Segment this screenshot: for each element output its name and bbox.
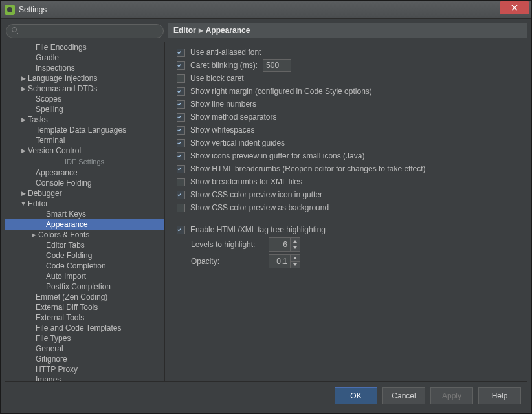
- option-label: Show CSS color preview icon in gutter: [190, 190, 322, 199]
- option-row: Use anti-aliased font: [177, 46, 518, 59]
- window-close-button[interactable]: [500, 1, 529, 14]
- tree-item[interactable]: ▶Language Injections: [5, 73, 164, 83]
- tree-item[interactable]: ▶File and Code Templates: [5, 323, 164, 333]
- left-column: ▶File Encodings▶Gradle▶Inspections▶Langu…: [5, 23, 165, 381]
- checkbox[interactable]: [177, 204, 185, 212]
- tree-item[interactable]: ▶Debugger: [5, 188, 164, 199]
- tree-item[interactable]: ▶Schemas and DTDs: [5, 83, 164, 94]
- checkbox[interactable]: [177, 61, 185, 70]
- tree-item-label: Smart Keys: [46, 209, 86, 219]
- tree-item-label: Editor Tabs: [46, 240, 85, 250]
- tree-item[interactable]: ▶File Types: [5, 333, 164, 343]
- spinner-up-icon[interactable]: [291, 255, 300, 262]
- levels-label: Levels to highlight:: [191, 240, 262, 249]
- checkbox[interactable]: [177, 191, 185, 199]
- settings-window: Settings ▶File Encodings▶Gradle▶Inspecti…: [0, 0, 532, 414]
- chevron-right-icon[interactable]: ▶: [20, 83, 27, 94]
- tree-item-label: Auto Import: [46, 271, 86, 281]
- chevron-right-icon[interactable]: ▶: [20, 146, 27, 156]
- checkbox[interactable]: [177, 152, 185, 160]
- checkbox[interactable]: [177, 165, 185, 173]
- checkbox[interactable]: [177, 74, 185, 83]
- spinner-down-icon[interactable]: [291, 245, 300, 252]
- tree-item[interactable]: ▶External Tools: [5, 312, 164, 323]
- checkbox[interactable]: [177, 87, 185, 96]
- option-row: Show method separators: [177, 111, 518, 124]
- chevron-right-icon[interactable]: ▶: [20, 73, 27, 83]
- spinner-up-icon[interactable]: [291, 238, 300, 245]
- tree-item[interactable]: ▶Scopes: [5, 94, 164, 104]
- dialog-body: ▶File Encodings▶Gradle▶Inspections▶Langu…: [1, 19, 531, 413]
- tree-item-label: Terminal: [36, 135, 65, 146]
- tree-item[interactable]: ▶Code Completion: [5, 261, 164, 271]
- apply-button[interactable]: Apply: [430, 387, 473, 404]
- tree-item[interactable]: ▶Gradle: [5, 52, 164, 63]
- caret-blink-input[interactable]: [263, 59, 291, 72]
- tree-item-label: Language Injections: [28, 73, 97, 83]
- ok-button[interactable]: OK: [335, 387, 377, 404]
- chevron-right-icon: ▶: [199, 27, 203, 34]
- option-label: Caret blinking (ms):: [190, 61, 258, 70]
- levels-spinner[interactable]: [269, 237, 300, 252]
- checkbox[interactable]: [177, 178, 185, 186]
- help-button[interactable]: Help: [478, 387, 521, 404]
- opacity-input[interactable]: [269, 254, 291, 268]
- tree-item-label: Code Folding: [46, 250, 92, 261]
- checkbox[interactable]: [177, 113, 185, 122]
- chevron-down-icon[interactable]: ▼: [20, 199, 27, 209]
- option-row: Show vertical indent guides: [177, 136, 518, 149]
- tree-item[interactable]: ▶Images: [5, 375, 164, 381]
- titlebar: Settings: [1, 1, 531, 19]
- chevron-right-icon[interactable]: ▶: [20, 188, 27, 199]
- row-opacity: Opacity:: [177, 253, 518, 270]
- tree-item[interactable]: ▶HTTP Proxy: [5, 364, 164, 375]
- tree-item[interactable]: ▶File Encodings: [5, 42, 164, 52]
- tree-item[interactable]: ▶Template Data Languages: [5, 125, 164, 135]
- search-input[interactable]: [6, 24, 164, 38]
- button-bar: OK Cancel Apply Help: [5, 381, 527, 409]
- tree-item[interactable]: ▶Smart Keys: [5, 209, 164, 219]
- levels-input[interactable]: [269, 237, 291, 252]
- checkbox[interactable]: [177, 139, 185, 147]
- checkbox[interactable]: [177, 49, 185, 57]
- spinner-down-icon[interactable]: [291, 262, 300, 268]
- tree-item[interactable]: ▶Terminal: [5, 135, 164, 146]
- chevron-right-icon[interactable]: ▶: [20, 114, 27, 125]
- option-label: Use block caret: [190, 74, 244, 83]
- tree-item[interactable]: ▶Appearance: [5, 219, 164, 230]
- tree-item-label: Gitignore: [36, 354, 67, 364]
- tree-item-label: HTTP Proxy: [36, 364, 78, 375]
- checkbox-tag-tree[interactable]: [177, 226, 185, 234]
- breadcrumb-leaf: Appearance: [206, 26, 250, 35]
- tree-item[interactable]: ▶Auto Import: [5, 271, 164, 281]
- tree-item[interactable]: ▶Console Folding: [5, 178, 164, 188]
- tree-item[interactable]: ▶External Diff Tools: [5, 302, 164, 312]
- tree-item-label: Schemas and DTDs: [28, 83, 97, 94]
- cancel-button[interactable]: Cancel: [382, 387, 425, 404]
- tree-item[interactable]: ▶Code Folding: [5, 250, 164, 261]
- chevron-right-icon[interactable]: ▶: [30, 230, 37, 240]
- tree-item[interactable]: ▶Version Control: [5, 146, 164, 156]
- tree-item[interactable]: ▶Emmet (Zen Coding): [5, 292, 164, 302]
- tree-section-header: IDE Settings: [5, 156, 164, 168]
- settings-tree[interactable]: ▶File Encodings▶Gradle▶Inspections▶Langu…: [5, 42, 165, 381]
- tree-item[interactable]: ▶General: [5, 343, 164, 354]
- checkbox[interactable]: [177, 100, 185, 109]
- tree-item[interactable]: ▶Colors & Fonts: [5, 230, 164, 240]
- tree-item-label: File Types: [36, 333, 71, 343]
- tree-item[interactable]: ▶Postfix Completion: [5, 281, 164, 292]
- tree-item[interactable]: ▶Tasks: [5, 114, 164, 125]
- option-label: Enable HTML/XML tag tree highlighting: [190, 225, 326, 234]
- checkbox[interactable]: [177, 126, 185, 135]
- option-label: Use anti-aliased font: [190, 48, 261, 57]
- tree-item[interactable]: ▶Editor Tabs: [5, 240, 164, 250]
- tree-item[interactable]: ▶Appearance: [5, 168, 164, 178]
- tree-item[interactable]: ▶Gitignore: [5, 354, 164, 364]
- tree-item[interactable]: ▼Editor: [5, 199, 164, 209]
- option-label: Show HTML breadcrumbs (Reopen editor for…: [190, 164, 426, 173]
- opacity-spinner[interactable]: [269, 254, 300, 268]
- option-label: Show breadcrumbs for XML files: [190, 177, 302, 186]
- tree-item[interactable]: ▶Spelling: [5, 104, 164, 114]
- tree-item[interactable]: ▶Inspections: [5, 63, 164, 73]
- tree-item-label: General: [36, 343, 63, 354]
